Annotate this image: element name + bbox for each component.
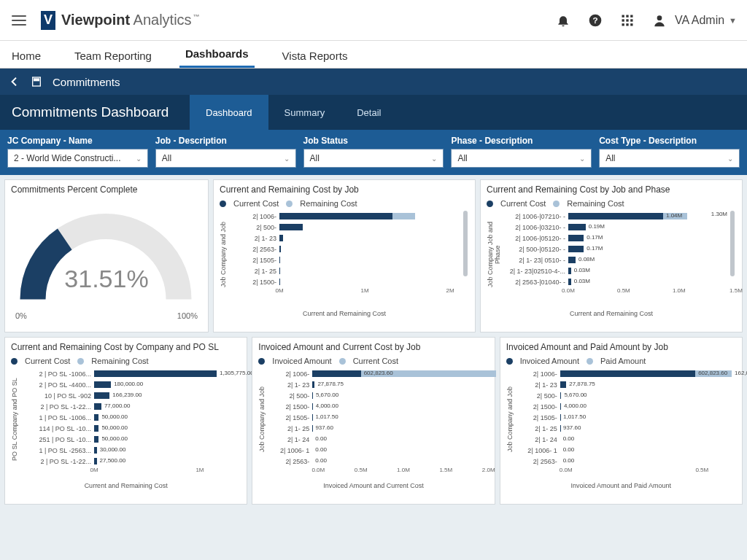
tab-home[interactable]: Home [6, 50, 47, 68]
chevron-down-icon: ⌄ [431, 155, 437, 163]
svg-rect-2 [622, 15, 624, 17]
chevron-down-icon: ⌄ [284, 155, 290, 163]
bar-row: 2| 1500-4,000.00 [514, 401, 736, 412]
filter-label: JC Company - Name [7, 136, 148, 146]
tab-vista-reports[interactable]: Vista Reports [276, 50, 354, 68]
filters-bar: JC Company - Name 2 - World Wide Constru… [0, 130, 747, 175]
bar-stack [279, 246, 469, 252]
bar-row: 2| 1- 25937.60 [266, 423, 488, 434]
notifications-icon[interactable] [555, 12, 571, 28]
bar-row: 2 | PO SL -1006...1,305,775.00 [18, 368, 241, 379]
scrollbar[interactable] [463, 211, 468, 276]
bar-category: 2| 1006-|07210- - [501, 213, 568, 220]
filter-jc-company: JC Company - Name 2 - World Wide Constru… [7, 136, 148, 168]
legend: Invoiced Amount Paid Amount [506, 357, 736, 365]
bar-row: 2 | PO SL -4400...180,000.00 [18, 379, 241, 390]
svg-rect-8 [622, 23, 624, 26]
bar-category: 2| 1006-|05120- - [501, 235, 568, 242]
gauge-max: 100% [177, 311, 198, 320]
bar-row: 2| 1- 2327,878.75 [514, 379, 736, 390]
bar-stack: 0.00 [560, 447, 736, 454]
bar-row: 1 | PO SL -1006...50,000.00 [18, 412, 241, 423]
bar-category: 2| 500- [227, 224, 279, 231]
filter-cost-type: Cost Type - Description All⌄ [599, 136, 740, 168]
filter-phase-select[interactable]: All⌄ [451, 149, 592, 168]
hamburger-icon[interactable] [10, 12, 28, 29]
card-title: Current and Remaining Cost by Company an… [11, 342, 241, 352]
user-menu[interactable]: VA Admin▼ [675, 14, 737, 27]
bar-stack: 0.03M [568, 279, 736, 285]
subtab-dashboard[interactable]: Dashboard [190, 95, 268, 130]
card-title: Invoiced Amount and Paid Amount by Job [506, 342, 736, 352]
bar-category: 2| 1- 25 [514, 425, 560, 432]
bar-category: 2| 2563- [514, 458, 560, 465]
bar-stack: 0.17M [568, 235, 736, 241]
filter-cost-type-select[interactable]: All⌄ [599, 149, 740, 168]
gauge-min: 0% [15, 311, 27, 320]
bar-category: 2| 1- 23 [227, 235, 279, 242]
bar-stack: 50,000.00 [94, 414, 241, 421]
bar-stack [279, 235, 469, 241]
scrollbar[interactable] [730, 211, 735, 276]
card-inv-cc: Invoiced Amount and Current Cost by Job … [252, 337, 495, 505]
bars: 2| 1006-|07210- -1.04M2| 1006-|03210- -0… [501, 211, 736, 287]
bar-row: 2| 1- 240.00 [514, 434, 736, 445]
bars: 2| 1006-2| 500-2| 1- 232| 2563-2| 1505-2… [227, 211, 469, 287]
bar-stack [279, 279, 469, 285]
bar-stack: 1,017.50 [312, 414, 488, 421]
bar-row: 2| 1- 25937.60 [514, 423, 736, 434]
subtab-summary[interactable]: Summary [268, 95, 341, 130]
card-cr-posl: Current and Remaining Cost by Company an… [4, 337, 247, 505]
bar-row: 2| 1- 23 [227, 233, 469, 244]
apps-grid-icon[interactable] [619, 12, 635, 28]
bar-category: 2| 1- 24 [266, 436, 312, 443]
y-axis-label: Job Company and Job [506, 368, 514, 470]
bar-stack: 5,670.00 [560, 392, 736, 399]
filter-phase: Phase - Description All⌄ [451, 136, 592, 168]
dashboard-body: Commitments Percent Complete 31.51% 0% 1… [0, 175, 747, 560]
bar-category: 2| 2563-|01040- - [501, 279, 568, 286]
bar-stack: 0.03M [568, 268, 736, 274]
bar-row: 2| 1505- [227, 254, 469, 265]
legend-swatch-light [587, 358, 593, 365]
bar-category: 2 | PO SL -1-22... [18, 403, 94, 411]
bar-row: 2| 1006-|05120- -0.17M [501, 233, 736, 244]
bar-category: 2| 1006-|03210- - [501, 224, 568, 231]
svg-rect-4 [630, 15, 632, 17]
bar-category: 2| 1505- [266, 414, 312, 421]
bar-stack: 27,500.00 [94, 458, 241, 464]
bar-row: 2| 500- [227, 222, 469, 233]
bar-category: 2| 1505- [227, 257, 279, 264]
bars: 2| 1006-602,823.60162,000.002| 1- 2327,8… [514, 368, 736, 467]
bars: 2| 1006-602,823.601,689,129.602| 1- 2327… [266, 368, 488, 467]
filter-jc-company-select[interactable]: 2 - World Wide Constructi...⌄ [7, 149, 148, 168]
bar-stack: 0.00 [312, 436, 488, 443]
legend-swatch-light [553, 201, 560, 207]
bar-category: 2| 1006- 1 [514, 447, 560, 454]
filter-job-select[interactable]: All⌄ [155, 149, 296, 168]
user-icon[interactable] [651, 12, 667, 28]
bar-category: 2| 1500- [514, 403, 560, 411]
breadcrumb-title: Commitments [53, 76, 120, 88]
svg-rect-10 [630, 23, 632, 26]
bar-row: 2| 500-|05120- -0.17M [501, 244, 736, 254]
tab-team-reporting[interactable]: Team Reporting [69, 50, 158, 68]
chevron-down-icon: ▼ [729, 16, 737, 25]
help-icon[interactable]: ? [587, 12, 603, 28]
brand-text: Viewpoint Analytics™ [61, 12, 200, 28]
x-axis-label: Current and Remaining Cost [11, 482, 241, 489]
legend-swatch-dark [506, 358, 513, 365]
y-axis-label: PO SL Company and PO SL [11, 368, 18, 470]
subtab-detail[interactable]: Detail [341, 95, 397, 130]
card-percent-complete: Commitments Percent Complete 31.51% 0% 1… [4, 179, 209, 332]
bar-row: 114 | PO SL -10...50,000.00 [18, 423, 241, 434]
bar-stack: 602,823.601,689,129.60 [312, 370, 488, 377]
legend-swatch-light [286, 201, 293, 207]
back-icon[interactable] [9, 76, 20, 88]
filter-job-status-select[interactable]: All⌄ [303, 149, 444, 168]
x-axis-ticks: 0M 1M 2M [279, 287, 469, 296]
bar-category: 2| 2563- [266, 458, 312, 465]
tab-dashboards[interactable]: Dashboards [179, 47, 255, 68]
bar-stack [279, 268, 469, 274]
filter-job: Job - Description All⌄ [155, 136, 296, 168]
